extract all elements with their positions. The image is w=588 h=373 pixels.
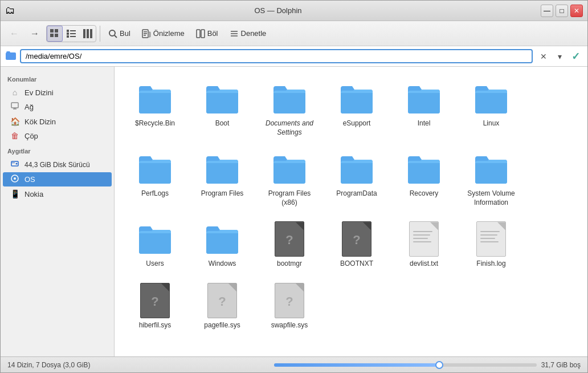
list-view-button[interactable]: [63, 26, 79, 42]
search-button[interactable]: Bul: [104, 27, 135, 40]
file-item-boot[interactable]: Boot: [191, 76, 254, 141]
home-icon: ⌂: [10, 88, 20, 97]
file-item-pagefile[interactable]: ? pagefile.sys: [191, 278, 254, 335]
close-button[interactable]: ✕: [570, 5, 583, 17]
file-item-recycle[interactable]: $Recycle.Bin: [124, 76, 186, 141]
sidebar-item-disk[interactable]: 44,3 GiB Disk Sürücü: [3, 157, 112, 172]
svg-rect-16: [144, 31, 147, 33]
address-input[interactable]: [20, 49, 533, 63]
folder-icon-esupport: [338, 80, 375, 117]
file-icon-finishlog: [473, 221, 509, 257]
svg-rect-0: [50, 29, 54, 33]
file-item-perflogs[interactable]: PerfLogs: [124, 146, 186, 212]
sidebar-item-nokia[interactable]: 📱 Nokia: [3, 187, 112, 201]
forward-button[interactable]: →: [26, 25, 44, 43]
svg-rect-12: [90, 29, 92, 38]
svg-rect-18: [144, 35, 146, 36]
svg-rect-21: [201, 30, 205, 38]
svg-rect-25: [11, 103, 18, 108]
file-item-programfiles[interactable]: Program Files: [191, 146, 254, 212]
sidebar-item-root-label: Kök Dizin: [24, 117, 56, 126]
statusbar-free: 31,7 GiB boş: [541, 361, 581, 369]
file-item-docssettings[interactable]: Documents and Settings: [258, 76, 321, 141]
disk-icon: [10, 160, 20, 169]
root-icon: 🏠: [10, 117, 20, 126]
folder-icon: [5, 50, 17, 63]
folder-icon-docssettings: [271, 80, 308, 117]
network-icon: [10, 102, 20, 112]
sidebar-item-root[interactable]: 🏠 Kök Dizin: [3, 115, 112, 128]
svg-rect-19: [148, 32, 150, 37]
file-item-esupport[interactable]: eSupport: [325, 76, 388, 141]
file-item-swapfile[interactable]: ? swapfile.sys: [258, 278, 321, 335]
address-actions: ✕ ▾ ✓: [536, 49, 583, 64]
svg-rect-11: [87, 29, 89, 38]
control-button[interactable]: Denetle: [225, 27, 271, 40]
slider-thumb: [435, 361, 443, 369]
control-label: Denetle: [241, 29, 267, 38]
file-item-hiberfil[interactable]: ? hiberfil.sys: [124, 278, 186, 335]
file-item-devlist[interactable]: devlist.txt: [393, 216, 455, 273]
icon-view-button[interactable]: [47, 26, 63, 42]
svg-rect-8: [67, 35, 69, 38]
storage-slider[interactable]: [274, 363, 536, 367]
main-area: Konumlar ⌂ Ev Dizini Ağ 🏠 Kök Dizin 🗑 Çö…: [1, 67, 587, 356]
phone-icon: 📱: [10, 189, 20, 198]
svg-rect-17: [144, 33, 147, 34]
sidebar-item-trash[interactable]: 🗑 Çöp: [3, 129, 112, 143]
toolbar-separator: [100, 26, 100, 42]
file-item-users[interactable]: Users: [124, 216, 186, 273]
file-icon-pagefile: ?: [204, 282, 240, 319]
file-item-windows[interactable]: Windows: [191, 216, 254, 273]
svg-point-13: [109, 30, 115, 36]
app-icon: 🗂: [5, 5, 15, 17]
file-item-intel[interactable]: Intel: [393, 76, 455, 141]
sidebar-item-os[interactable]: OS: [3, 172, 112, 186]
sidebar-item-network[interactable]: Ağ: [3, 100, 112, 114]
file-name-programfiles: Program Files: [201, 189, 244, 198]
address-dropdown-button[interactable]: ▾: [552, 49, 567, 64]
file-item-sysvolinfo[interactable]: System Volume Information: [460, 146, 522, 212]
preview-button[interactable]: Önizleme: [137, 27, 189, 40]
minimize-button[interactable]: —: [541, 5, 553, 17]
file-item-programfilesx86[interactable]: Program Files (x86): [258, 146, 321, 212]
confirm-address-button[interactable]: ✓: [568, 49, 583, 64]
sidebar-item-home[interactable]: ⌂ Ev Dizini: [3, 86, 112, 99]
window-controls: — □ ✕: [541, 5, 583, 17]
file-item-bootnxt[interactable]: ? BOOTNXT: [325, 216, 388, 273]
split-button[interactable]: Böl: [191, 27, 223, 40]
titlebar-left: 🗂: [5, 5, 15, 17]
folder-icon-programdata: [338, 151, 375, 187]
statusbar-info: 14 Dizin, 7 Dosya (3,0 GiB): [7, 361, 270, 369]
addressbar: ✕ ▾ ✓: [1, 46, 587, 67]
file-name-bootnxt: BOOTNXT: [340, 260, 373, 269]
slider-fill: [274, 363, 439, 367]
svg-point-32: [14, 177, 16, 180]
back-button[interactable]: ←: [5, 25, 23, 43]
folder-icon-boot: [204, 80, 240, 117]
maximize-button[interactable]: □: [556, 5, 568, 17]
clear-address-button[interactable]: ✕: [536, 49, 551, 64]
sidebar-item-os-label: OS: [24, 175, 35, 184]
svg-rect-1: [55, 29, 58, 33]
file-name-devlist: devlist.txt: [410, 260, 438, 269]
column-view-button[interactable]: [80, 26, 96, 42]
file-name-boot: Boot: [215, 119, 230, 128]
file-item-recovery[interactable]: Recovery: [393, 146, 455, 212]
folder-icon-recovery: [406, 151, 442, 187]
svg-rect-4: [67, 30, 69, 32]
file-item-programdata[interactable]: ProgramData: [325, 146, 388, 212]
file-name-esupport: eSupport: [343, 119, 371, 128]
os-icon: [10, 175, 20, 184]
sidebar-item-nokia-label: Nokia: [24, 190, 43, 198]
sidebar-item-trash-label: Çöp: [24, 132, 38, 140]
file-name-intel: Intel: [418, 119, 431, 128]
svg-rect-3: [55, 34, 58, 37]
svg-rect-30: [12, 163, 15, 163]
file-item-bootmgr[interactable]: ? bootmgr: [258, 216, 321, 273]
file-area: $Recycle.Bin Boot Documents and Settings…: [115, 67, 587, 356]
file-icon-hiberfil: ?: [137, 282, 173, 319]
sidebar-item-network-label: Ağ: [24, 103, 34, 111]
file-item-finishlog[interactable]: Finish.log: [460, 216, 522, 273]
file-item-linux[interactable]: Linux: [460, 76, 522, 141]
